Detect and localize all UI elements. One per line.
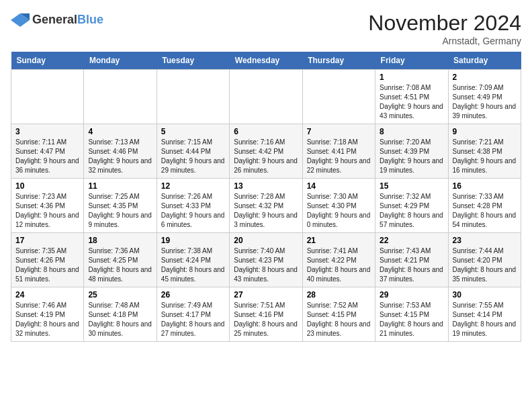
day-cell: 15Sunrise: 7:32 AM Sunset: 4:29 PM Dayli…: [375, 179, 448, 233]
day-info: Sunrise: 7:15 AM Sunset: 4:44 PM Dayligh…: [161, 138, 225, 175]
day-number: 20: [234, 236, 298, 245]
day-number: 22: [380, 236, 443, 245]
day-info: Sunrise: 7:35 AM Sunset: 4:26 PM Dayligh…: [15, 246, 79, 284]
day-cell: 29Sunrise: 7:53 AM Sunset: 4:15 PM Dayli…: [375, 287, 448, 342]
week-row-5: 24Sunrise: 7:46 AM Sunset: 4:19 PM Dayli…: [11, 287, 521, 342]
day-number: 3: [15, 127, 79, 136]
day-number: 28: [307, 290, 371, 300]
week-row-2: 3Sunrise: 7:11 AM Sunset: 4:47 PM Daylig…: [11, 124, 521, 179]
weekday-header-wednesday: Wednesday: [230, 52, 302, 70]
day-number: 29: [380, 290, 443, 300]
day-info: Sunrise: 7:18 AM Sunset: 4:41 PM Dayligh…: [307, 138, 371, 175]
day-number: 15: [380, 181, 443, 191]
day-cell: [84, 70, 157, 124]
day-cell: 1Sunrise: 7:08 AM Sunset: 4:51 PM Daylig…: [375, 70, 448, 124]
day-number: 19: [161, 236, 225, 245]
weekday-header-friday: Friday: [375, 52, 448, 70]
day-cell: 26Sunrise: 7:49 AM Sunset: 4:17 PM Dayli…: [157, 287, 229, 342]
day-info: Sunrise: 7:32 AM Sunset: 4:29 PM Dayligh…: [380, 192, 443, 230]
weekday-header-sunday: Sunday: [11, 52, 84, 70]
day-cell: 17Sunrise: 7:35 AM Sunset: 4:26 PM Dayli…: [11, 233, 84, 287]
weekday-header-saturday: Saturday: [448, 52, 521, 70]
day-info: Sunrise: 7:28 AM Sunset: 4:32 PM Dayligh…: [234, 192, 298, 230]
weekday-header-monday: Monday: [84, 52, 157, 70]
day-number: 25: [88, 290, 152, 300]
day-info: Sunrise: 7:08 AM Sunset: 4:51 PM Dayligh…: [380, 83, 443, 121]
day-number: 1: [380, 73, 443, 82]
day-info: Sunrise: 7:46 AM Sunset: 4:19 PM Dayligh…: [15, 301, 79, 338]
day-info: Sunrise: 7:44 AM Sunset: 4:20 PM Dayligh…: [453, 246, 517, 284]
page-header: GeneralBlue November 2024 Arnstadt, Germ…: [11, 11, 521, 46]
calendar-table: SundayMondayTuesdayWednesdayThursdayFrid…: [11, 52, 521, 342]
week-row-3: 10Sunrise: 7:23 AM Sunset: 4:36 PM Dayli…: [11, 179, 521, 233]
day-info: Sunrise: 7:33 AM Sunset: 4:28 PM Dayligh…: [453, 192, 517, 230]
day-cell: 9Sunrise: 7:21 AM Sunset: 4:38 PM Daylig…: [448, 124, 521, 179]
day-cell: 16Sunrise: 7:33 AM Sunset: 4:28 PM Dayli…: [448, 179, 521, 233]
day-cell: 20Sunrise: 7:40 AM Sunset: 4:23 PM Dayli…: [230, 233, 302, 287]
day-cell: 4Sunrise: 7:13 AM Sunset: 4:46 PM Daylig…: [84, 124, 157, 179]
title-area: November 2024 Arnstadt, Germany: [368, 11, 521, 46]
logo-general: General: [32, 13, 77, 26]
day-number: 4: [88, 127, 152, 136]
day-info: Sunrise: 7:52 AM Sunset: 4:15 PM Dayligh…: [307, 301, 371, 338]
location: Arnstadt, Germany: [368, 36, 521, 46]
day-cell: 11Sunrise: 7:25 AM Sunset: 4:35 PM Dayli…: [84, 179, 157, 233]
day-number: 21: [307, 236, 371, 245]
day-cell: 21Sunrise: 7:41 AM Sunset: 4:22 PM Dayli…: [302, 233, 375, 287]
day-number: 9: [453, 127, 517, 136]
day-number: 10: [15, 181, 79, 191]
day-cell: 18Sunrise: 7:36 AM Sunset: 4:25 PM Dayli…: [84, 233, 157, 287]
day-info: Sunrise: 7:16 AM Sunset: 4:42 PM Dayligh…: [234, 138, 298, 175]
day-cell: 14Sunrise: 7:30 AM Sunset: 4:30 PM Dayli…: [302, 179, 375, 233]
day-info: Sunrise: 7:11 AM Sunset: 4:47 PM Dayligh…: [15, 138, 79, 175]
day-cell: [11, 70, 84, 124]
day-number: 17: [15, 236, 79, 245]
day-cell: 25Sunrise: 7:48 AM Sunset: 4:18 PM Dayli…: [84, 287, 157, 342]
day-number: 7: [307, 127, 371, 136]
day-cell: [302, 70, 375, 124]
day-info: Sunrise: 7:43 AM Sunset: 4:21 PM Dayligh…: [380, 246, 443, 284]
day-number: 5: [161, 127, 225, 136]
month-title: November 2024: [368, 11, 521, 36]
week-row-4: 17Sunrise: 7:35 AM Sunset: 4:26 PM Dayli…: [11, 233, 521, 287]
day-info: Sunrise: 7:36 AM Sunset: 4:25 PM Dayligh…: [88, 246, 152, 284]
day-cell: [157, 70, 229, 124]
day-number: 6: [234, 127, 298, 136]
day-info: Sunrise: 7:13 AM Sunset: 4:46 PM Dayligh…: [88, 138, 152, 175]
day-info: Sunrise: 7:38 AM Sunset: 4:24 PM Dayligh…: [161, 246, 225, 284]
day-info: Sunrise: 7:20 AM Sunset: 4:39 PM Dayligh…: [380, 138, 443, 175]
day-info: Sunrise: 7:48 AM Sunset: 4:18 PM Dayligh…: [88, 301, 152, 338]
day-info: Sunrise: 7:23 AM Sunset: 4:36 PM Dayligh…: [15, 192, 79, 230]
day-number: 18: [88, 236, 152, 245]
weekday-header-row: SundayMondayTuesdayWednesdayThursdayFrid…: [11, 52, 521, 70]
weekday-header-thursday: Thursday: [302, 52, 375, 70]
day-number: 23: [453, 236, 517, 245]
logo-blue: Blue: [77, 13, 103, 26]
day-cell: 27Sunrise: 7:51 AM Sunset: 4:16 PM Dayli…: [230, 287, 302, 342]
day-number: 2: [453, 73, 517, 82]
day-info: Sunrise: 7:30 AM Sunset: 4:30 PM Dayligh…: [307, 192, 371, 230]
day-info: Sunrise: 7:55 AM Sunset: 4:14 PM Dayligh…: [453, 301, 517, 338]
day-cell: 7Sunrise: 7:18 AM Sunset: 4:41 PM Daylig…: [302, 124, 375, 179]
day-info: Sunrise: 7:49 AM Sunset: 4:17 PM Dayligh…: [161, 301, 225, 338]
day-cell: 5Sunrise: 7:15 AM Sunset: 4:44 PM Daylig…: [157, 124, 229, 179]
day-cell: 22Sunrise: 7:43 AM Sunset: 4:21 PM Dayli…: [375, 233, 448, 287]
day-info: Sunrise: 7:53 AM Sunset: 4:15 PM Dayligh…: [380, 301, 443, 338]
day-info: Sunrise: 7:09 AM Sunset: 4:49 PM Dayligh…: [453, 83, 517, 121]
day-cell: 13Sunrise: 7:28 AM Sunset: 4:32 PM Dayli…: [230, 179, 302, 233]
day-number: 12: [161, 181, 225, 191]
logo-icon: [11, 11, 30, 30]
day-number: 30: [453, 290, 517, 300]
day-cell: [230, 70, 302, 124]
day-number: 26: [161, 290, 225, 300]
day-cell: 6Sunrise: 7:16 AM Sunset: 4:42 PM Daylig…: [230, 124, 302, 179]
day-cell: 23Sunrise: 7:44 AM Sunset: 4:20 PM Dayli…: [448, 233, 521, 287]
day-cell: 10Sunrise: 7:23 AM Sunset: 4:36 PM Dayli…: [11, 179, 84, 233]
day-cell: 28Sunrise: 7:52 AM Sunset: 4:15 PM Dayli…: [302, 287, 375, 342]
day-cell: 30Sunrise: 7:55 AM Sunset: 4:14 PM Dayli…: [448, 287, 521, 342]
day-info: Sunrise: 7:21 AM Sunset: 4:38 PM Dayligh…: [453, 138, 517, 175]
day-number: 27: [234, 290, 298, 300]
day-number: 11: [88, 181, 152, 191]
day-cell: 12Sunrise: 7:26 AM Sunset: 4:33 PM Dayli…: [157, 179, 229, 233]
day-number: 16: [453, 181, 517, 191]
